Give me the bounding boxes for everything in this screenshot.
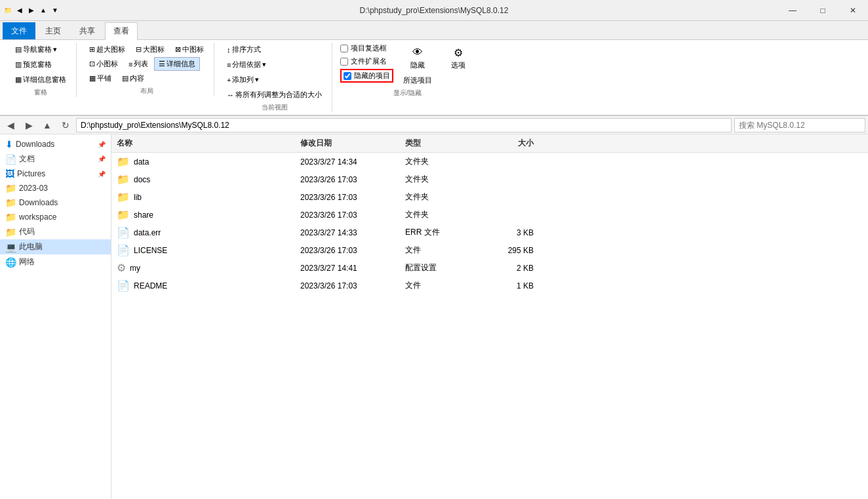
file-date: 2023/3/26 17:03 xyxy=(295,280,400,292)
content-btn[interactable]: ▤ 内容 xyxy=(117,71,149,85)
search-input[interactable] xyxy=(734,118,865,132)
table-row[interactable]: 📄 data.err 2023/3/27 14:33 ERR 文件 3 KB xyxy=(111,224,868,241)
file-name-cell: 📁 data xyxy=(111,154,295,169)
file-name-cell: 📁 share xyxy=(111,207,295,222)
pin-icon-1: 📌 xyxy=(98,141,106,148)
back-icon[interactable]: ◀ xyxy=(14,5,25,16)
file-type: ERR 文件 xyxy=(400,226,479,239)
xlarge-icon-btn[interactable]: ⊞ 超大图标 xyxy=(85,43,130,56)
hidden-checkbox[interactable] xyxy=(344,72,351,80)
small-icon-btn[interactable]: ⊡ 小图标 xyxy=(85,57,123,71)
computer-icon: 💻 xyxy=(5,242,16,252)
file-type: 文件夹 xyxy=(400,208,479,222)
sidebar-label-network: 网络 xyxy=(19,256,35,268)
preview-pane-btn[interactable]: ▥ 预览窗格 xyxy=(10,58,71,71)
sidebar-item-network[interactable]: 🌐 网络 xyxy=(0,254,111,269)
table-row[interactable]: 📄 README 2023/3/26 17:03 文件 1 KB xyxy=(111,277,868,294)
refresh-button[interactable]: ↻ xyxy=(58,117,73,133)
up-icon[interactable]: ▲ xyxy=(38,5,49,16)
sidebar-item-pictures[interactable]: 🖼 Pictures 📌 xyxy=(0,167,111,181)
up-button[interactable]: ▲ xyxy=(39,117,55,133)
table-row[interactable]: 📁 share 2023/3/26 17:03 文件夹 xyxy=(111,206,868,224)
col-header-size[interactable]: 大小 xyxy=(479,136,544,150)
list-btn[interactable]: ≡ 列表 xyxy=(124,57,153,71)
col-header-type[interactable]: 类型 xyxy=(400,136,479,150)
file-size xyxy=(479,214,544,216)
sidebar-item-workspace[interactable]: 📁 workspace xyxy=(0,210,111,224)
file-name: my xyxy=(130,264,140,273)
window-controls[interactable]: — □ ✕ xyxy=(778,0,868,21)
extension-checkbox-row[interactable]: 文件扩展名 xyxy=(340,56,393,67)
file-name-cell: ⚙ my xyxy=(111,260,295,275)
file-icon: 📄 xyxy=(117,279,130,292)
sidebar-label-downloads-1: Downloads xyxy=(16,140,54,149)
forward-button[interactable]: ▶ xyxy=(21,117,37,133)
nav-pane-btn[interactable]: ▤ 导航窗格 ▾ xyxy=(10,43,71,56)
tab-home[interactable]: 主页 xyxy=(37,22,69,39)
forward-icon[interactable]: ▶ xyxy=(26,5,37,16)
sidebar-label-workspace: workspace xyxy=(19,212,56,222)
table-row[interactable]: 📁 data 2023/3/27 14:34 文件夹 xyxy=(111,153,868,170)
file-name-cell: 📁 lib xyxy=(111,190,295,205)
hidden-checkbox-row[interactable]: 隐藏的项目 xyxy=(340,69,393,83)
file-type: 文件 xyxy=(400,279,479,292)
fit-icon: ↔ xyxy=(227,91,234,99)
sort-by-btn[interactable]: ↕ 排序方式 xyxy=(222,43,326,56)
table-row[interactable]: ⚙ my 2023/3/27 14:41 配置设置 2 KB xyxy=(111,259,868,277)
title-bar: 📁 ◀ ▶ ▲ ▼ D:\phpstudy_pro\Extensions\MyS… xyxy=(0,0,868,21)
group-layout-label: 布局 xyxy=(140,87,153,96)
table-row[interactable]: 📁 lib 2023/3/26 17:03 文件夹 xyxy=(111,188,868,206)
sidebar-item-computer[interactable]: 💻 此电脑 xyxy=(0,239,111,254)
minimize-button[interactable]: — xyxy=(778,0,808,21)
file-size xyxy=(479,196,544,199)
detail-view-btn[interactable]: ☰ 详细信息 xyxy=(154,57,200,71)
file-size: 2 KB xyxy=(479,262,544,274)
dropdown-arrow: ▾ xyxy=(53,45,57,54)
options-btn[interactable]: ⚙ 选项 xyxy=(442,43,475,72)
sidebar-item-documents[interactable]: 📄 文档 📌 xyxy=(0,151,111,167)
medium-icon-btn[interactable]: ⊠ 中图标 xyxy=(170,43,208,56)
file-name: data.err xyxy=(134,228,161,237)
sidebar-item-code[interactable]: 📁 代码 xyxy=(0,224,111,239)
table-row[interactable]: 📄 LICENSE 2023/3/26 17:03 文件 295 KB xyxy=(111,241,868,259)
sidebar-item-2023-03[interactable]: 📁 2023-03 xyxy=(0,181,111,195)
network-icon: 🌐 xyxy=(5,257,16,268)
close-button[interactable]: ✕ xyxy=(838,0,868,21)
sidebar-label-documents: 文档 xyxy=(19,153,35,165)
address-input[interactable] xyxy=(76,118,732,132)
file-date: 2023/3/26 17:03 xyxy=(295,209,400,221)
add-column-btn[interactable]: + 添加列 ▾ xyxy=(222,73,326,87)
dropdown-icon[interactable]: ▼ xyxy=(50,5,60,16)
table-row[interactable]: 📁 docs 2023/3/26 17:03 文件夹 xyxy=(111,170,868,188)
group-by-btn[interactable]: ≡ 分组依据 ▾ xyxy=(222,58,326,71)
sidebar-item-downloads-2[interactable]: 📁 Downloads xyxy=(0,195,111,210)
file-date: 2023/3/26 17:03 xyxy=(295,245,400,256)
pin-icon-2: 📌 xyxy=(98,155,106,163)
tab-share[interactable]: 共享 xyxy=(71,22,104,39)
fit-column-btn[interactable]: ↔ 将所有列调整为合适的大小 xyxy=(222,88,326,102)
detail-pane-btn[interactable]: ▦ 详细信息窗格 xyxy=(10,73,71,87)
title-bar-path: D:\phpstudy_pro\Extensions\MySQL8.0.12 xyxy=(5,6,863,15)
sidebar: ⬇ Downloads 📌 📄 文档 📌 🖼 Pictures 📌 📁 2023… xyxy=(0,134,111,499)
maximize-button[interactable]: □ xyxy=(808,0,838,21)
file-icon: 📄 xyxy=(117,226,130,239)
large-icon-btn[interactable]: ⊟ 大图标 xyxy=(131,43,169,56)
xlarge-icon: ⊞ xyxy=(89,45,95,54)
downloads-icon-1: ⬇ xyxy=(5,139,13,150)
tab-file[interactable]: 文件 xyxy=(3,22,35,39)
selected-items-btn[interactable]: 所选项目 xyxy=(399,73,437,87)
tile-btn[interactable]: ▦ 平铺 xyxy=(85,71,116,85)
item-checkbox[interactable] xyxy=(340,45,348,52)
extension-checkbox[interactable] xyxy=(340,58,348,66)
sidebar-item-downloads-1[interactable]: ⬇ Downloads 📌 xyxy=(0,137,111,151)
file-name: share xyxy=(134,210,153,220)
back-button[interactable]: ◀ xyxy=(3,117,18,133)
tab-view[interactable]: 查看 xyxy=(105,22,138,40)
item-checkbox-row[interactable]: 项目复选框 xyxy=(340,43,393,54)
pin-icon-3: 📌 xyxy=(98,170,106,178)
file-name: README xyxy=(134,281,167,290)
sidebar-label-computer: 此电脑 xyxy=(19,241,43,252)
hide-btn[interactable]: 👁 隐藏 xyxy=(401,43,434,72)
col-header-date[interactable]: 修改日期 xyxy=(295,136,400,150)
col-header-name[interactable]: 名称 xyxy=(111,136,295,150)
